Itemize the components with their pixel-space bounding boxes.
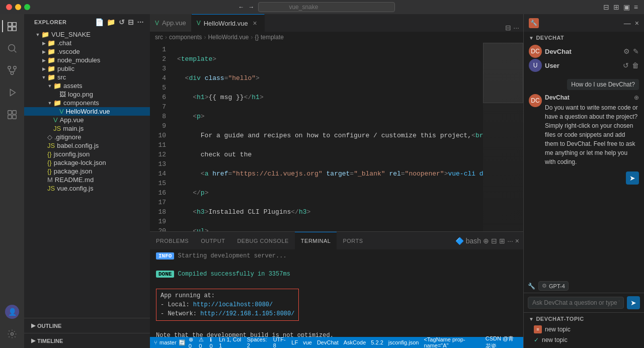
maximize-button[interactable] — [24, 4, 30, 10]
devchat-topic-header[interactable]: ▼ DEVCHAT-TOPIC — [524, 313, 644, 324]
language-indicator[interactable]: vue — [303, 339, 312, 345]
add-terminal-icon[interactable]: ⊕ — [483, 237, 489, 245]
minimize-devchat-icon[interactable]: — — [624, 19, 631, 27]
new-file-icon[interactable]: 📄 — [95, 18, 104, 26]
sidebar-header: EXPLORER 📄 📁 ↺ ⊟ ··· — [24, 14, 150, 28]
activity-run[interactable] — [2, 82, 22, 103]
copy-icon[interactable]: ⊕ — [634, 94, 639, 101]
warnings-count[interactable]: ⚠ 0 — [199, 336, 206, 349]
activity-account[interactable]: 👤 — [2, 302, 22, 322]
tab-close-icon[interactable]: × — [251, 19, 259, 27]
terminal-content[interactable]: INFO Starting development server... DONE… — [150, 249, 523, 337]
delete-icon[interactable]: 🗑 — [632, 61, 639, 69]
nav-back-icon[interactable]: ← — [238, 4, 244, 11]
tab-app-vue[interactable]: V App.vue — [150, 14, 192, 32]
sidebar-item-main-js[interactable]: JS main.js — [24, 124, 150, 133]
panel-tab-ports[interactable]: PORTS — [337, 232, 369, 249]
split-terminal-icon[interactable]: ⊟ — [491, 237, 497, 245]
sidebar-item-gitignore[interactable]: ◇ .gitignore — [24, 133, 150, 141]
tools-icon[interactable]: 🔧 — [528, 283, 535, 290]
refresh-icon[interactable]: ↺ — [119, 18, 125, 26]
topic-item-1[interactable]: ≡ new topic — [524, 324, 644, 335]
sidebar-item-chat[interactable]: ▶ 📁 .chat — [24, 39, 150, 47]
sidebar-item-logo[interactable]: 🖼 logo.png — [24, 90, 150, 99]
search-input[interactable] — [258, 2, 395, 12]
minimap[interactable] — [483, 43, 523, 231]
topic-item-2[interactable]: ✓ new topic — [524, 335, 644, 345]
panel-tab-terminal[interactable]: TERMINAL — [295, 232, 337, 249]
edit-icon[interactable]: ✎ — [633, 47, 639, 55]
minimize-button[interactable] — [15, 4, 21, 10]
user-name: User — [545, 62, 559, 69]
sidebar-item-app-vue[interactable]: V App.vue — [24, 116, 150, 124]
breadcrumb-components[interactable]: components — [169, 34, 202, 41]
more-terminal-icon[interactable]: ··· — [507, 237, 513, 245]
tab-label: DEBUG CONSOLE — [237, 238, 288, 244]
terminal-list-icon[interactable]: ⊞ — [499, 237, 505, 245]
panel-tab-debug[interactable]: DEBUG CONSOLE — [231, 232, 294, 249]
more-actions-icon[interactable]: ··· — [513, 24, 519, 32]
sidebar-item-components[interactable]: ▼ 📁 components — [24, 99, 150, 107]
sidebar-item-src[interactable]: ▼ 📁 src — [24, 73, 150, 81]
outline-header[interactable]: ▶ OUTLINE — [24, 320, 150, 331]
line-num: 7 — [150, 102, 166, 112]
close-devchat-icon[interactable]: × — [635, 19, 639, 27]
panel-tab-output[interactable]: OUTPUT — [195, 232, 231, 249]
layout-icon-3[interactable]: ▣ — [623, 3, 630, 11]
sidebar-item-vue-config[interactable]: JS vue.config.js — [24, 184, 150, 193]
activity-source-control[interactable] — [2, 60, 22, 80]
sidebar-item-node-modules[interactable]: ▶ 📁 node_modules — [24, 56, 150, 64]
version-indicator[interactable]: 5.2.2 — [371, 339, 383, 345]
close-button[interactable] — [6, 4, 12, 10]
activity-settings[interactable] — [2, 324, 22, 344]
nav-fwd-icon[interactable]: → — [248, 4, 254, 11]
layout-icon-1[interactable]: ⊟ — [603, 3, 609, 11]
sidebar-item-vscode[interactable]: ▶ 📁 .vscode — [24, 47, 150, 56]
sidebar-project-root[interactable]: ▼ 📁 VUE_SNAKE — [24, 30, 150, 39]
replay-icon[interactable]: ↺ — [623, 61, 629, 69]
spaces-indicator[interactable]: Spaces: 2 — [247, 336, 268, 348]
config-indicator[interactable]: jsconfig.json — [388, 339, 419, 345]
activity-explorer[interactable] — [2, 16, 22, 36]
layout-icon-2[interactable]: ⊞ — [613, 3, 619, 11]
collapse-icon[interactable]: ⊟ — [128, 18, 134, 26]
sidebar-item-assets[interactable]: ▼ 📁 assets — [24, 81, 150, 90]
info-count[interactable]: ℹ 0 — [210, 336, 215, 349]
new-folder-icon[interactable]: 📁 — [107, 18, 116, 26]
timeline-header[interactable]: ▶ TIMELINE — [24, 335, 150, 346]
sidebar-item-package-lock[interactable]: {} package-lock.json — [24, 158, 150, 167]
more-icon[interactable]: ··· — [137, 18, 144, 26]
breadcrumb-symbol[interactable]: {} template — [255, 34, 284, 41]
askcode-indicator[interactable]: AskCode — [344, 339, 366, 345]
send-button[interactable]: ➤ — [626, 171, 639, 185]
sidebar-item-readme[interactable]: M README.md — [24, 176, 150, 184]
sidebar-item-helloworld[interactable]: V HelloWorld.vue — [24, 107, 150, 116]
layout-icon-4[interactable]: ≡ — [634, 3, 638, 11]
code-editor[interactable]: <template> <div class="hello"> <h1>{{ ms… — [170, 43, 483, 231]
breadcrumb-src[interactable]: src — [155, 34, 163, 41]
panel-tab-problems[interactable]: PROBLEMS — [150, 232, 195, 249]
model-selector[interactable]: ⚙ GPT-4 — [538, 281, 569, 291]
cursor-position[interactable]: Ln 1, Col 1 — [219, 336, 242, 348]
activity-search[interactable] — [2, 38, 22, 58]
sidebar-item-jsconfig[interactable]: {} jsconfig.json — [24, 150, 150, 158]
chat-input[interactable] — [528, 297, 624, 309]
chat-send-button[interactable]: ➤ — [627, 296, 640, 309]
topic-label-2: new topic — [542, 336, 568, 343]
breadcrumb-file[interactable]: HelloWorld.vue — [208, 34, 249, 41]
errors-count[interactable]: ⊗ 0 — [189, 336, 196, 349]
devchat-indicator[interactable]: DevChat — [317, 339, 339, 345]
sidebar-item-public[interactable]: ▶ 📁 public — [24, 64, 150, 73]
git-branch[interactable]: ⑂ master 🔄 — [154, 339, 186, 346]
line-ending-indicator[interactable]: LF — [291, 339, 298, 345]
split-editor-icon[interactable]: ⊟ — [505, 24, 511, 32]
activity-extensions[interactable] — [2, 105, 22, 125]
encoding-indicator[interactable]: UTF-8 — [273, 336, 287, 348]
tag-indicator[interactable]: <TagName prop-name="A" — [424, 336, 480, 348]
devchat-section-header[interactable]: ▼ DEVCHAT — [524, 32, 644, 43]
close-panel-icon[interactable]: × — [515, 237, 519, 245]
sidebar-item-package[interactable]: {} package.json — [24, 167, 150, 176]
sidebar-item-babel[interactable]: JS babel.config.js — [24, 141, 150, 150]
settings-icon[interactable]: ⚙ — [623, 47, 630, 55]
tab-helloworld-vue[interactable]: V HelloWorld.vue × — [192, 14, 265, 32]
